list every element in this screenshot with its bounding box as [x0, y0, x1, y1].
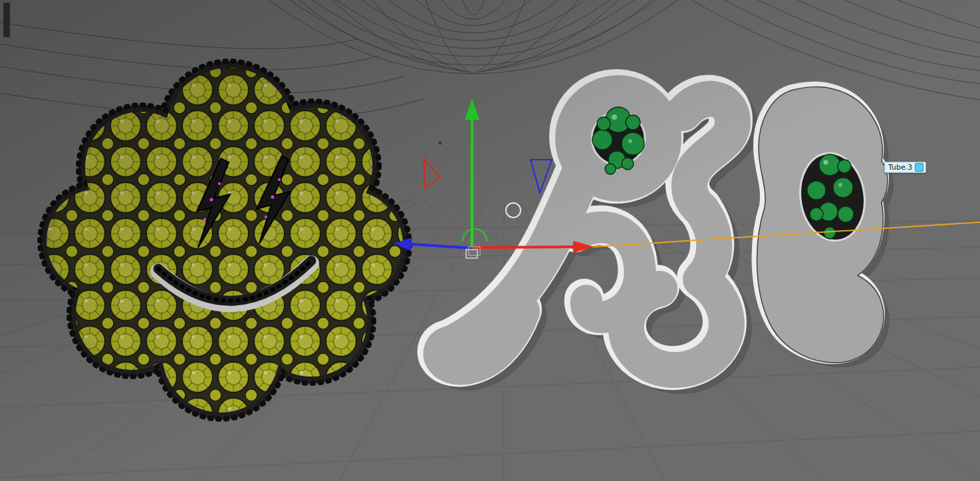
object-type-icon[interactable] [915, 163, 923, 172]
axis-x-line[interactable] [473, 247, 576, 247]
gizmo-center-cube[interactable] [466, 249, 477, 258]
top-left-sliver [3, 3, 10, 37]
object-name-text: Tube.3 [888, 163, 912, 172]
scene-dot [439, 142, 442, 145]
viewport-canvas[interactable] [0, 0, 980, 481]
3d-viewport[interactable]: Tube.3 [0, 0, 980, 481]
object-name-tag[interactable]: Tube.3 [884, 162, 926, 173]
